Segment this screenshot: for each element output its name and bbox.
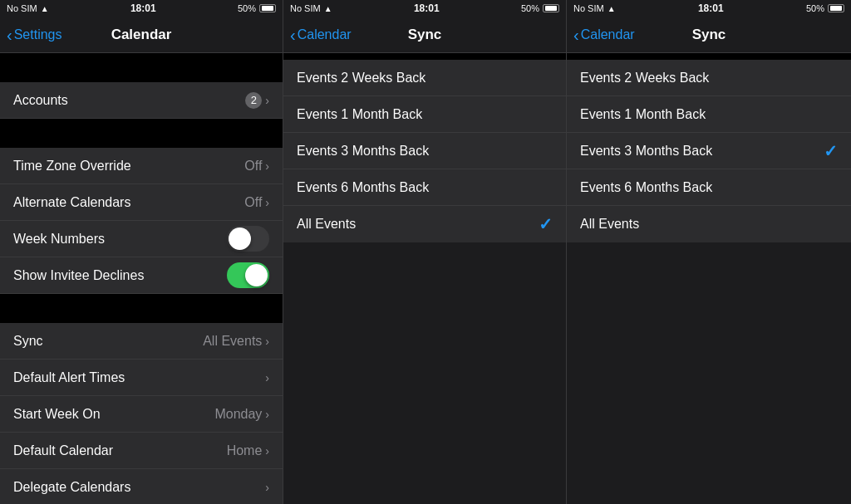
accounts-value: 2 › [245,92,269,109]
accounts-chevron-icon: › [265,94,269,107]
section-gap-top [0,53,283,82]
invitee-declines-toggle[interactable] [227,262,269,288]
back-label-calendar-mid: Calendar [298,27,352,42]
sync-chevron-icon: › [265,335,269,348]
wifi-icon-mid: ▲ [324,4,332,13]
status-left-mid: No SIM ▲ [290,3,332,13]
sync-item-allevents-mid[interactable]: All Events ✓ [283,206,566,242]
alert-times-value: › [265,371,269,384]
settings-back-button[interactable]: ‹ Settings [7,27,61,43]
start-week-label: Start Week On [13,407,101,422]
time-mid: 18:01 [414,2,440,14]
battery-icon-mid [543,4,559,12]
week-numbers-row[interactable]: Week Numbers [0,221,283,257]
time-left: 18:01 [130,2,156,14]
default-cal-val-text: Home [227,443,263,458]
wifi-icon-right: ▲ [608,4,616,13]
alt-cal-chevron-icon: › [265,196,269,209]
sync-value: All Events › [203,334,269,349]
sync-6months-label-mid: Events 6 Months Back [297,180,429,195]
sync-val-text: All Events [203,334,262,349]
left-panel: No SIM ▲ 18:01 50% ‹ Settings Calendar A… [0,0,283,504]
back-label-settings: Settings [14,27,62,42]
mid-panel: No SIM ▲ 18:01 50% ‹ Calendar Sync Event… [283,0,567,504]
timezone-chevron-icon: › [265,159,269,173]
start-week-row[interactable]: Start Week On Monday › [0,396,283,433]
carrier-text-right: No SIM [573,3,604,13]
battery-icon-right [828,4,844,12]
week-numbers-label: Week Numbers [13,232,105,247]
status-right-mid: 50% [521,3,559,13]
nav-bar-left: ‹ Settings Calendar [0,17,283,53]
sync-1month-label-right: Events 1 Month Back [580,107,706,122]
invitee-declines-knob [245,264,268,286]
section-gap-2 [0,294,283,323]
sync-6months-label-right: Events 6 Months Back [580,180,712,195]
sync-item-3months-right[interactable]: Events 3 Months Back ✓ [567,133,851,169]
sync-list-right: Events 2 Weeks Back Events 1 Month Back … [567,53,851,504]
start-week-value: Monday › [214,407,269,422]
sync-item-2weeks-mid[interactable]: Events 2 Weeks Back [283,60,566,96]
back-label-calendar-right: Calendar [581,27,635,42]
alt-cal-val-text: Off [244,195,262,210]
timezone-row[interactable]: Time Zone Override Off › [0,148,283,184]
alert-times-row[interactable]: Default Alert Times › [0,360,283,396]
sync-row[interactable]: Sync All Events › [0,323,283,360]
week-numbers-toggle[interactable] [227,226,269,252]
calendar-settings-list: Accounts 2 › Time Zone Override Off › Al… [0,53,283,504]
status-right-right: 50% [806,3,844,13]
sync-item-1month-mid[interactable]: Events 1 Month Back [283,96,566,133]
timezone-label: Time Zone Override [13,159,131,174]
default-calendar-row[interactable]: Default Calendar Home › [0,433,283,469]
back-chevron-icon-right: ‹ [573,27,579,43]
status-bar-mid: No SIM ▲ 18:01 50% [283,0,566,17]
right-panel: No SIM ▲ 18:01 50% ‹ Calendar Sync Event… [567,0,851,504]
accounts-row[interactable]: Accounts 2 › [0,82,283,119]
sync-item-3months-mid[interactable]: Events 3 Months Back [283,133,566,169]
sync-1month-label-mid: Events 1 Month Back [297,107,422,122]
wifi-icon: ▲ [41,4,49,13]
calendar-back-button-right[interactable]: ‹ Calendar [573,27,635,43]
sync-title-mid: Sync [408,27,442,43]
sync-item-6months-mid[interactable]: Events 6 Months Back [283,169,566,206]
sync-list-mid: Events 2 Weeks Back Events 1 Month Back … [283,53,566,504]
sync-allevents-check-mid: ✓ [539,214,553,234]
time-right: 18:01 [698,2,724,14]
timezone-value: Off › [244,159,269,174]
invitee-declines-row[interactable]: Show Invitee Declines [0,257,283,294]
delegate-calendars-label: Delegate Calendars [13,480,130,495]
sync-gap-top-right [567,53,851,60]
accounts-badge: 2 [245,92,262,109]
battery-icon-left [259,4,276,12]
accounts-label: Accounts [13,93,68,108]
alternate-calendars-row[interactable]: Alternate Calendars Off › [0,184,283,221]
sync-label: Sync [13,334,43,349]
invitee-declines-label: Show Invitee Declines [13,268,144,283]
sync-3months-check-right: ✓ [824,141,838,161]
battery-pct-left: 50% [238,3,256,13]
back-chevron-icon-mid: ‹ [290,27,296,43]
delegate-calendars-row[interactable]: Delegate Calendars › [0,469,283,504]
week-numbers-knob [229,228,251,250]
nav-bar-mid: ‹ Calendar Sync [283,17,566,53]
battery-pct-mid: 50% [521,3,539,13]
default-calendar-label: Default Calendar [13,443,113,458]
calendar-title: Calendar [111,27,172,43]
alert-times-chevron-icon: › [265,371,269,384]
start-week-chevron-icon: › [265,408,269,421]
sync-allevents-label-right: All Events [580,217,639,232]
default-cal-chevron-icon: › [265,444,269,458]
sync-item-allevents-right[interactable]: All Events [567,206,851,242]
sync-2weeks-label-right: Events 2 Weeks Back [580,71,709,86]
alternate-calendars-value: Off › [244,195,269,210]
calendar-back-button-mid[interactable]: ‹ Calendar [290,27,352,43]
sync-item-1month-right[interactable]: Events 1 Month Back [567,96,851,133]
sync-item-6months-right[interactable]: Events 6 Months Back [567,169,851,206]
carrier-text: No SIM [7,3,37,13]
status-right-left: 50% [238,3,276,13]
sync-3months-label-right: Events 3 Months Back [580,144,712,159]
sync-item-2weeks-right[interactable]: Events 2 Weeks Back [567,60,851,96]
delegate-calendars-value: › [265,481,269,494]
sync-allevents-label-mid: All Events [297,217,356,232]
battery-pct-right: 50% [806,3,824,13]
